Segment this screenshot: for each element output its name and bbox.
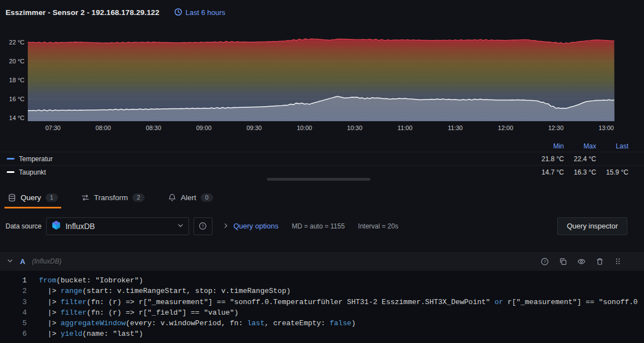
tab-query-label: Query xyxy=(21,193,41,202)
code-line: 5 |> aggregateWindow(every: v.windowPeri… xyxy=(0,318,644,329)
tab-alert[interactable]: Alert 0 xyxy=(165,188,216,208)
svg-text:12:00: 12:00 xyxy=(498,125,513,131)
query-editor-header: A (InfluxDB) ? xyxy=(0,252,644,271)
line-number: 1 xyxy=(0,275,27,286)
legend-label-temperatur[interactable]: Temperatur xyxy=(7,155,532,163)
chevron-right-icon xyxy=(222,221,229,231)
transform-icon xyxy=(81,193,90,202)
code-line: 6 |> yield(name: "last") xyxy=(0,329,644,339)
drag-handle-grip-icon[interactable] xyxy=(614,257,622,265)
collapse-chevron-icon[interactable] xyxy=(7,256,13,266)
series-name: Temperatur xyxy=(19,155,53,163)
svg-text:07:30: 07:30 xyxy=(45,125,61,131)
tab-query[interactable]: Query 1 xyxy=(4,188,61,208)
code-line: 2 |> range(start: v.timeRangeStart, stop… xyxy=(0,286,644,296)
flux-code-editor[interactable]: 1from(bucket: "Iobroker")2 |> range(star… xyxy=(0,271,644,343)
query-options-interval: Interval = 20s xyxy=(358,222,398,230)
delete-query-trash-icon[interactable] xyxy=(596,257,604,266)
query-options-toggle[interactable]: Query options MD = auto = 1155 Interval … xyxy=(222,221,399,231)
svg-text:10:30: 10:30 xyxy=(347,125,363,131)
legend-label-taupunkt[interactable]: Taupunkt xyxy=(7,168,532,176)
panel-title: Esszimmer - Sensor 2 - 192.168.178.29.12… xyxy=(6,8,160,17)
svg-text:20 °C: 20 °C xyxy=(9,58,24,64)
bell-icon xyxy=(168,193,176,202)
query-ref-id[interactable]: A xyxy=(20,257,25,266)
database-icon xyxy=(8,193,16,202)
legend-header: Min Max Last xyxy=(0,140,644,152)
svg-text:13:00: 13:00 xyxy=(598,125,614,131)
legend-row-temperatur: Temperatur 21.8 °C 22.4 °C xyxy=(0,152,644,165)
clock-icon xyxy=(174,8,182,18)
svg-text:14 °C: 14 °C xyxy=(9,115,24,121)
legend-col-min[interactable]: Min xyxy=(532,142,564,150)
tab-alert-count: 0 xyxy=(201,193,213,202)
svg-text:?: ? xyxy=(201,223,204,228)
temperatur-max: 22.4 °C xyxy=(564,155,596,163)
tab-alert-label: Alert xyxy=(181,193,196,202)
datasource-help-button[interactable]: ? xyxy=(194,217,212,235)
datasource-value: InfluxDB xyxy=(66,222,95,231)
query-inspector-label: Query inspector xyxy=(567,222,618,230)
query-actions: ? xyxy=(541,257,622,266)
svg-text:09:00: 09:00 xyxy=(196,125,212,131)
svg-text:?: ? xyxy=(543,259,546,264)
tab-transform-count: 2 xyxy=(132,193,145,202)
query-options-md: MD = auto = 1155 xyxy=(292,222,345,230)
taupunkt-last: 15.9 °C xyxy=(596,168,628,176)
line-number: 3 xyxy=(0,297,27,307)
code-line: 3 |> filter(fn: (r) => r["_measurement"]… xyxy=(0,297,644,307)
taupunkt-max: 16.3 °C xyxy=(564,168,596,176)
svg-text:16 °C: 16 °C xyxy=(9,96,24,102)
tab-transform-label: Transform xyxy=(94,193,128,202)
editor-tabs: Query 1 Transform 2 Alert 0 xyxy=(0,188,644,208)
time-range-picker[interactable]: Last 6 hours xyxy=(174,8,226,18)
line-number: 6 xyxy=(0,329,27,339)
code-line: 1from(bucket: "Iobroker") xyxy=(0,275,644,286)
svg-text:11:00: 11:00 xyxy=(398,125,413,131)
query-inspector-button[interactable]: Query inspector xyxy=(557,217,627,235)
svg-text:08:00: 08:00 xyxy=(96,125,111,131)
chevron-down-icon xyxy=(177,221,184,231)
toggle-visibility-eye-icon[interactable] xyxy=(577,257,586,266)
legend-col-max[interactable]: Max xyxy=(564,142,596,150)
query-help-icon[interactable]: ? xyxy=(541,257,549,266)
time-range-label: Last 6 hours xyxy=(186,8,226,17)
tab-transform[interactable]: Transform 2 xyxy=(78,188,148,208)
line-number: 5 xyxy=(0,318,27,329)
datasource-label: Data source xyxy=(6,222,42,230)
svg-text:11:30: 11:30 xyxy=(448,125,463,131)
influxdb-logo-icon xyxy=(51,220,61,232)
query-editor-card: A (InfluxDB) ? 1from(bucket xyxy=(0,252,644,343)
code-line: 4 |> filter(fn: (r) => r["_field"] == "v… xyxy=(0,307,644,318)
line-number: 2 xyxy=(0,286,27,296)
svg-text:10:00: 10:00 xyxy=(297,125,313,131)
timeseries-chart[interactable]: 22 °C20 °C18 °C16 °C14 °C07:3008:0008:30… xyxy=(0,25,644,136)
legend: Min Max Last Temperatur 21.8 °C 22.4 °C … xyxy=(0,140,644,178)
taupunkt-swatch-icon xyxy=(7,171,14,173)
series-name: Taupunkt xyxy=(19,168,46,176)
svg-text:09:30: 09:30 xyxy=(246,125,262,131)
svg-text:12:30: 12:30 xyxy=(548,125,564,131)
pane-resize-handle[interactable] xyxy=(267,178,370,181)
taupunkt-min: 14.7 °C xyxy=(532,168,564,176)
line-number: 4 xyxy=(0,307,27,318)
query-datasource-hint: (InfluxDB) xyxy=(32,257,61,265)
svg-text:08:30: 08:30 xyxy=(146,125,161,131)
datasource-select[interactable]: InfluxDB xyxy=(46,217,189,235)
tab-query-count: 1 xyxy=(46,193,58,202)
temperatur-min: 21.8 °C xyxy=(532,155,564,163)
duplicate-query-icon[interactable] xyxy=(559,257,567,266)
datasource-row: Data source InfluxDB ? Query options MD … xyxy=(0,217,644,235)
grafana-panel-edit-view: Esszimmer - Sensor 2 - 192.168.178.29.12… xyxy=(0,0,644,343)
panel-header: Esszimmer - Sensor 2 - 192.168.178.29.12… xyxy=(0,0,644,25)
query-options-label: Query options xyxy=(234,222,279,230)
temperatur-swatch-icon xyxy=(7,158,14,160)
legend-row-taupunkt: Taupunkt 14.7 °C 16.3 °C 15.9 °C xyxy=(0,165,644,178)
legend-col-last[interactable]: Last xyxy=(596,142,628,150)
svg-text:22 °C: 22 °C xyxy=(9,39,24,46)
svg-text:18 °C: 18 °C xyxy=(9,77,24,83)
